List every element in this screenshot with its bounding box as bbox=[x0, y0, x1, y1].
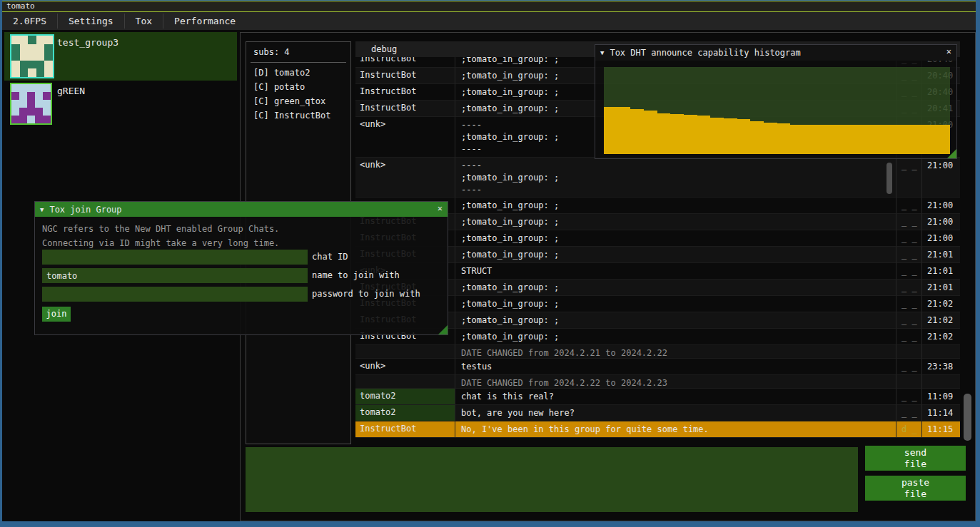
collapse-arrow-icon[interactable]: ▼ bbox=[40, 206, 44, 213]
join-input-chat-ID[interactable] bbox=[42, 250, 308, 265]
histogram-bar bbox=[884, 125, 897, 154]
message-line: DATE CHANGED from 2024.2.22 to 2024.2.23 bbox=[461, 377, 896, 389]
histogram-bar bbox=[844, 125, 857, 154]
message-text: STRUCT bbox=[455, 263, 896, 280]
join-button[interactable]: join bbox=[42, 307, 71, 322]
chat-message-row[interactable]: <unk>testus_ _23:38 bbox=[355, 359, 960, 375]
resize-grip[interactable] bbox=[438, 325, 448, 334]
message-line: ;tomato_in_group: ; bbox=[461, 249, 896, 261]
join-input-password-to-join-with[interactable] bbox=[42, 287, 308, 302]
timestamp: 23:38 bbox=[922, 359, 960, 375]
avatar-pixel bbox=[19, 108, 27, 116]
timestamp: 21:00 bbox=[922, 198, 960, 214]
avatar-pixel bbox=[35, 92, 43, 100]
message-line: DATE CHANGED from 2024.2.21 to 2024.2.22 bbox=[461, 347, 896, 359]
avatar-pixel bbox=[28, 52, 36, 61]
dht-histogram-window: ▼ Tox DHT announce capability histogram … bbox=[595, 44, 957, 159]
system-date-row[interactable]: DATE CHANGED from 2024.2.22 to 2024.2.23 bbox=[355, 375, 960, 389]
avatar-pixel bbox=[36, 68, 45, 77]
message-text: ;tomato_in_group: ; bbox=[455, 312, 896, 329]
system-date-row[interactable]: DATE CHANGED from 2024.2.21 to 2024.2.22 bbox=[355, 345, 960, 359]
close-icon[interactable]: ✕ bbox=[946, 46, 951, 56]
paste-file-button[interactable]: paste file bbox=[865, 476, 966, 501]
delivery-indicator: _ _ bbox=[896, 296, 922, 312]
os-title-bar[interactable]: tomato bbox=[1, 1, 980, 12]
timestamp: 21:02 bbox=[922, 329, 960, 345]
message-text: ;tomato_in_group: ; bbox=[455, 214, 896, 230]
message-line: No, I've been in this group for quite so… bbox=[461, 424, 896, 436]
delivery-indicator: _ _ bbox=[896, 263, 922, 280]
menu-item-tox[interactable]: Tox bbox=[125, 12, 163, 30]
histogram-bar bbox=[737, 119, 751, 154]
avatar-pixel bbox=[44, 61, 53, 69]
dht-capability-plot bbox=[604, 67, 950, 154]
message-text: ;tomato_in_group: ; bbox=[455, 198, 896, 214]
avatar-pixel bbox=[27, 116, 35, 123]
delivery-indicator: _ _ bbox=[896, 158, 922, 198]
histogram-bar bbox=[630, 109, 644, 154]
avatar-pixel bbox=[44, 68, 53, 77]
histogram-bar bbox=[924, 125, 937, 154]
member-item[interactable]: [C] green_qtox bbox=[246, 94, 350, 108]
timestamp: 21:01 bbox=[922, 247, 960, 263]
join-group-window: ▼ Tox join Group ✕ NGC refers to the New… bbox=[34, 201, 448, 335]
avatar-pixel bbox=[11, 52, 20, 61]
avatar-pixel bbox=[36, 52, 45, 61]
delivery-indicator: _ _ bbox=[896, 230, 922, 247]
menu-item-settings[interactable]: Settings bbox=[58, 12, 124, 30]
chat-message-row[interactable]: <unk>----;tomato_in_group: ;----_ _21:00 bbox=[355, 158, 960, 198]
group-name: test_group3 bbox=[57, 37, 118, 48]
message-text: ;tomato_in_group: ; bbox=[455, 280, 896, 296]
delivery-indicator: _ _ bbox=[896, 405, 922, 421]
sender-name: InstructBot bbox=[355, 84, 455, 101]
delivery-indicator: _ _ bbox=[896, 214, 922, 230]
join-input-name-to-join-with[interactable] bbox=[42, 268, 308, 283]
member-item[interactable]: [C] potato bbox=[246, 80, 350, 94]
menu-bar: 2.0FPSSettingsToxPerformance bbox=[2, 12, 976, 30]
group-item-gREEN[interactable]: gREEN bbox=[4, 81, 237, 121]
histogram-bar bbox=[750, 121, 764, 154]
dht-histogram-titlebar[interactable]: ▼ Tox DHT announce capability histogram … bbox=[595, 45, 956, 61]
chat-outer-scrollbar[interactable] bbox=[964, 394, 971, 441]
histogram-bar bbox=[657, 113, 671, 154]
message-text: bot, are you new here? bbox=[455, 405, 896, 421]
avatar-pixel bbox=[35, 84, 43, 92]
field-label: password to join with bbox=[308, 287, 420, 302]
group-item-test_group3[interactable]: test_group3 bbox=[4, 32, 237, 81]
avatar-pixel bbox=[20, 68, 29, 77]
chat-message-row[interactable]: tomato2bot, are you new here?_ _11:14 bbox=[355, 405, 960, 421]
avatar-pixel bbox=[19, 100, 27, 108]
menu-item-2-0fps[interactable]: 2.0FPS bbox=[2, 12, 57, 30]
sender-name: <unk> bbox=[355, 158, 455, 198]
sender-name: <unk> bbox=[355, 359, 455, 375]
message-line: ---- bbox=[461, 160, 896, 172]
delivery-indicator: d _ bbox=[896, 421, 922, 438]
histogram-bar bbox=[777, 123, 791, 154]
chat-message-row[interactable]: InstructBotNo, I've been in this group f… bbox=[355, 421, 960, 438]
avatar-pixel bbox=[11, 68, 20, 77]
menu-item-performance[interactable]: Performance bbox=[163, 12, 246, 30]
message-line: ;tomato_in_group: ; bbox=[461, 232, 896, 245]
resize-grip[interactable] bbox=[947, 149, 956, 158]
message-input[interactable] bbox=[246, 447, 858, 512]
message-line: ;tomato_in_group: ; bbox=[461, 200, 896, 212]
chat-inner-scrollbar[interactable] bbox=[886, 163, 892, 194]
avatar-pixel bbox=[28, 36, 36, 44]
member-item[interactable]: [D] tomato2 bbox=[246, 66, 350, 80]
member-item[interactable]: [C] InstructBot bbox=[246, 108, 350, 123]
join-group-titlebar[interactable]: ▼ Tox join Group ✕ bbox=[35, 202, 448, 217]
delivery-indicator: _ _ bbox=[896, 389, 922, 405]
avatar-pixel bbox=[44, 36, 53, 44]
avatar-pixel bbox=[19, 92, 27, 100]
timestamp: 21:01 bbox=[922, 263, 960, 280]
avatar-pixel bbox=[43, 84, 51, 92]
chat-message-row[interactable]: tomato2chat is this real?_ _11:09 bbox=[355, 389, 960, 405]
close-icon[interactable]: ✕ bbox=[438, 203, 443, 213]
avatar-pixel bbox=[35, 116, 43, 123]
collapse-arrow-icon[interactable]: ▼ bbox=[600, 49, 604, 56]
timestamp: 21:00 bbox=[922, 214, 960, 230]
sender-name: tomato2 bbox=[355, 405, 455, 421]
avatar-pixel bbox=[35, 108, 43, 116]
send-file-button[interactable]: send file bbox=[865, 446, 966, 471]
field-label: name to join with bbox=[308, 268, 400, 283]
